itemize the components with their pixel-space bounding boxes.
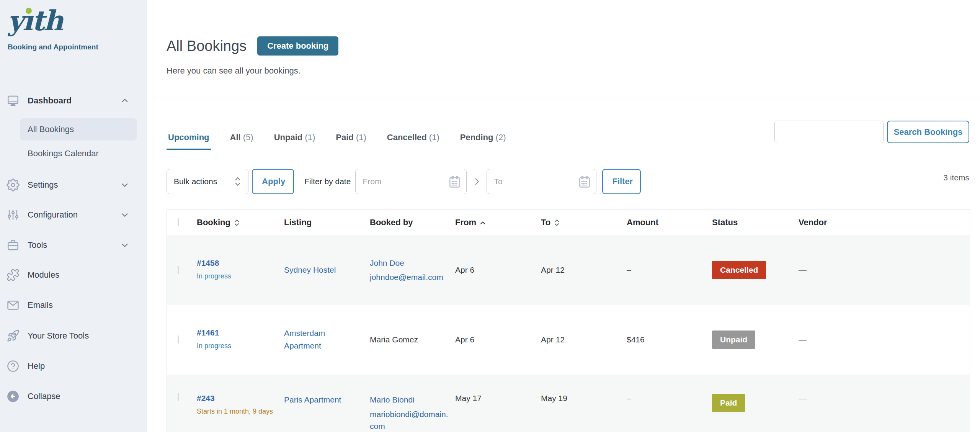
booking-note: In progress [197,341,275,351]
amount-cell: – [627,265,712,275]
booking-id-link[interactable]: #243 [197,394,215,403]
puzzle-icon [7,268,20,281]
booked-by-cell: John Doe johndoe@email.com [370,257,448,283]
listing-cell: Paris Apartment [284,394,351,406]
booking-id-link[interactable]: #1458 [197,259,219,267]
listing-link[interactable]: Sydney Hostel [284,265,336,274]
column-header-to[interactable]: To [541,218,627,227]
column-header-from[interactable]: From [455,218,541,227]
booking-cell: #1461 In progress [197,328,275,351]
column-header-booking[interactable]: Booking [197,218,284,227]
chevron-down-icon[interactable] [120,240,130,250]
filter-by-date-label: Filter by date [304,177,351,186]
chevron-up-icon[interactable] [120,96,130,106]
listing-link[interactable]: Amsterdam Apartment [284,329,325,350]
create-booking-button[interactable]: Create booking [257,36,338,56]
sidebar-item-bookings-calendar[interactable]: Bookings Calendar [20,142,137,165]
chevron-down-icon[interactable] [120,210,130,220]
customer-name-link[interactable]: Mario Biondi [370,395,415,404]
sidebar-item-collapse[interactable]: Collapse [0,384,147,409]
sidebar-item-dashboard[interactable]: Dashboard [0,88,147,113]
status-cell: Cancelled [712,261,799,279]
select-carets-icon [234,175,242,188]
status-badge: Cancelled [712,261,766,279]
brand: yıth Booking and Appointment [8,7,98,51]
bookings-table: Booking Listing Booked by From To [167,209,970,432]
page-header: All Bookings Create booking [167,36,338,56]
sidebar-item-your-store-tools[interactable]: Your Store Tools [0,324,147,348]
sidebar-item-configuration[interactable]: Configuration [0,203,147,227]
bulk-actions-select[interactable]: Bulk actions [167,169,248,194]
column-header-vendor: Vendor [799,218,970,227]
sidebar-item-label: Modules [28,270,59,280]
chevron-right-icon [472,177,482,187]
tab-cancelled[interactable]: Cancelled (1) [385,133,441,150]
sidebar-item-label: Emails [28,300,53,310]
date-to-field [487,169,596,194]
question-circle-icon [7,360,20,373]
to-date-cell: May 19 [541,394,627,403]
items-count: 3 items [943,173,969,182]
status-cell: Paid [712,394,799,412]
column-header-booked-by: Booked by [370,218,455,227]
listing-link[interactable]: Paris Apartment [284,395,341,404]
vendor-cell: — [799,265,970,275]
select-all-checkbox[interactable] [178,218,179,226]
row-checkbox[interactable] [178,335,179,344]
booking-note: In progress [197,271,275,281]
sidebar-item-label: All Bookings [28,124,74,134]
customer-name-link[interactable]: John Doe [370,259,404,267]
booking-cell: #1458 In progress [197,259,275,281]
booking-id-link[interactable]: #1461 [197,328,219,337]
sidebar-item-label: Settings [28,180,58,190]
app-window: yıth Booking and Appointment Dashboard A… [0,0,980,432]
tab-pending[interactable]: Pending (2) [459,133,508,150]
booking-cell: #243 Starts in 1 month, 9 days [197,394,275,416]
bulk-actions-label: Bulk actions [174,177,234,186]
plugin-name: Booking and Appointment [8,43,98,51]
sidebar-item-label: Bookings Calendar [28,149,99,159]
row-checkbox[interactable] [178,266,179,274]
yith-logo-text: yıth [8,4,62,37]
row-checkbox[interactable] [178,393,179,401]
sidebar-item-tools[interactable]: Tools [0,233,147,257]
customer-email-link[interactable]: johndoe@email.com [370,271,448,283]
sidebar-item-label: Dashboard [28,96,72,106]
sidebar-item-label: Help [28,361,45,371]
tab-upcoming[interactable]: Upcoming [167,133,211,150]
sliders-icon [7,208,20,221]
sidebar-item-settings[interactable]: Settings [0,173,147,197]
yith-logo: yıth [8,7,98,34]
from-date-cell: Apr 6 [455,265,541,275]
status-tabs: Upcoming All (5) Unpaid (1) Paid (1) Can… [167,133,492,150]
tab-all[interactable]: All (5) [229,133,255,150]
sidebar-item-modules[interactable]: Modules [0,263,147,287]
envelope-icon [7,299,20,312]
apply-button[interactable]: Apply [252,169,294,194]
sidebar-item-label: Your Store Tools [28,331,89,341]
tab-paid[interactable]: Paid (1) [334,133,368,150]
tab-unpaid[interactable]: Unpaid (1) [273,133,317,150]
sidebar-item-help[interactable]: Help [0,354,147,378]
gear-icon [7,178,20,191]
customer-email-link[interactable]: mariobiondi@domain.com [370,408,448,432]
column-header-status: Status [712,218,799,227]
booked-by-cell: Maria Gomez [370,334,448,346]
search-cluster: Search Bookings [774,121,969,143]
page-subtitle: Here you can see all your bookings. [167,66,301,76]
date-from-input[interactable] [356,169,466,194]
collapse-arrow-icon [7,390,20,403]
search-bookings-button[interactable]: Search Bookings [887,121,969,143]
sidebar-item-emails[interactable]: Emails [0,293,147,317]
rocket-icon [7,329,20,342]
page-title: All Bookings [167,38,247,54]
chevron-down-icon[interactable] [120,180,130,190]
sidebar-item-label: Configuration [28,210,78,220]
date-to-input[interactable] [487,169,596,194]
search-bookings-input[interactable] [774,121,884,143]
table-header-row: Booking Listing Booked by From To [167,210,970,235]
filter-button[interactable]: Filter [602,169,641,194]
sidebar-item-all-bookings[interactable]: All Bookings [20,118,137,141]
table-row: #243 Starts in 1 month, 9 days Paris Apa… [167,375,970,432]
sidebar-item-label: Collapse [28,391,60,401]
